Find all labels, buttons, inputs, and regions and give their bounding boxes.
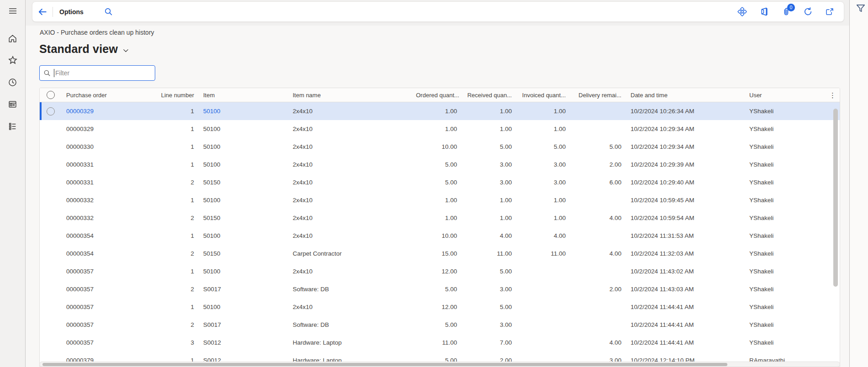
cell-po[interactable]: 00000354	[62, 232, 137, 239]
cell-item_name: Carpet Contractor	[288, 250, 411, 257]
office-apps-icon	[759, 7, 769, 16]
cell-po[interactable]: 00000329	[62, 108, 137, 115]
cell-user: YShakeli	[745, 215, 827, 221]
select-all-radio[interactable]	[47, 91, 55, 99]
cell-item[interactable]: 50100	[199, 268, 288, 275]
column-header-user[interactable]: User	[745, 92, 827, 99]
star-icon	[8, 55, 18, 65]
cell-received: 1.00	[462, 126, 516, 132]
column-header-invoiced[interactable]: Invoiced quant...	[516, 92, 570, 99]
cell-ordered: 1.00	[411, 215, 462, 221]
table-row[interactable]: 000003571501002x4x1012.005.0010/2/2024 1…	[40, 262, 840, 280]
cell-item[interactable]: 50100	[199, 161, 288, 168]
filter-pane-button[interactable]	[855, 2, 867, 14]
cell-po[interactable]: 00000332	[62, 215, 137, 221]
table-row[interactable]: 000003572S0017Software: DB5.003.002.0010…	[40, 280, 840, 298]
sidebar-item-recent[interactable]	[4, 73, 22, 91]
cell-item[interactable]: 50100	[199, 232, 288, 239]
cell-user: YShakeli	[745, 321, 827, 328]
column-header-delivery[interactable]: Delivery remai...	[570, 92, 626, 99]
cell-item[interactable]: 50100	[199, 197, 288, 204]
attachments-button[interactable]: 0	[778, 4, 794, 20]
sidebar-item-favorites[interactable]	[4, 51, 22, 69]
table-row[interactable]: 000003541501002x4x1010.004.004.0010/2/20…	[40, 227, 840, 245]
sidebar-item-home[interactable]	[4, 29, 22, 47]
office-apps-button[interactable]	[756, 4, 772, 20]
cell-item[interactable]: S0017	[199, 286, 288, 293]
grid-options-button[interactable]: ⋮	[829, 88, 836, 102]
cell-item[interactable]: S0012	[199, 339, 288, 346]
cell-po[interactable]: 00000357	[62, 286, 137, 293]
table-row[interactable]: 000003321501002x4x101.001.001.0010/2/202…	[40, 191, 840, 209]
tab-options[interactable]: Options	[59, 8, 84, 16]
sidebar-item-modules[interactable]	[4, 117, 22, 135]
cell-item[interactable]: 50100	[199, 143, 288, 150]
view-selector[interactable]: Standard view	[39, 42, 129, 56]
related-information-button[interactable]	[734, 4, 750, 20]
vertical-scrollbar[interactable]	[833, 109, 838, 287]
horizontal-scrollbar-track[interactable]	[39, 362, 840, 367]
cell-received: 3.00	[462, 161, 516, 168]
cell-po[interactable]: 00000330	[62, 143, 137, 150]
cell-ordered: 5.00	[411, 161, 462, 168]
cell-po[interactable]: 00000329	[62, 126, 137, 132]
table-row[interactable]: 000003301501002x4x1010.005.005.005.0010/…	[40, 138, 840, 156]
sidebar-item-workspaces[interactable]	[4, 95, 22, 113]
hamburger-menu-button[interactable]	[4, 2, 22, 20]
cell-user: YShakeli	[745, 250, 827, 257]
row-select-cell[interactable]	[40, 107, 62, 115]
actionpane-search-button[interactable]	[102, 5, 116, 19]
cell-po[interactable]: 00000357	[62, 321, 137, 328]
cell-item[interactable]: 50150	[199, 250, 288, 257]
select-all-cell[interactable]	[40, 91, 62, 99]
cell-datetime: 10/2/2024 11:44:41 AM	[626, 321, 745, 328]
cell-po[interactable]: 00000357	[62, 268, 137, 275]
table-row[interactable]: 000003291501002x4x101.001.001.0010/2/202…	[40, 102, 840, 120]
cell-item[interactable]: S0017	[199, 321, 288, 328]
column-header-po[interactable]: Purchase order	[62, 92, 137, 99]
cell-delivery: 5.00	[570, 143, 626, 150]
grid-filter-input[interactable]: Filter	[39, 65, 155, 81]
back-button[interactable]	[32, 2, 53, 22]
grid-header-row: Purchase orderLine numberItemItem nameOr…	[40, 88, 840, 102]
column-header-line[interactable]: Line number	[137, 92, 199, 99]
cell-ordered: 10.00	[411, 232, 462, 239]
cell-item[interactable]: 50150	[199, 179, 288, 186]
cell-invoiced: 11.00	[516, 250, 570, 257]
column-header-item_name[interactable]: Item name	[288, 92, 411, 99]
cell-po[interactable]: 00000354	[62, 250, 137, 257]
table-row[interactable]: 000003572S0017Software: DB5.003.0010/2/2…	[40, 316, 840, 334]
row-radio[interactable]	[47, 107, 55, 115]
cell-user: YShakeli	[745, 339, 827, 346]
workspace-form-icon	[8, 100, 17, 109]
cell-po[interactable]: 00000332	[62, 197, 137, 204]
column-header-received[interactable]: Received quan...	[462, 92, 516, 99]
cell-po[interactable]: 00000357	[62, 339, 137, 346]
cell-po[interactable]: 00000331	[62, 179, 137, 186]
table-row[interactable]: 000003312501502x4x105.003.003.006.0010/2…	[40, 173, 840, 191]
cell-item[interactable]: 50100	[199, 108, 288, 115]
table-row[interactable]: 00000354250150Carpet Contractor15.0011.0…	[40, 245, 840, 262]
table-row[interactable]: 000003571501002x4x1012.005.0010/2/2024 1…	[40, 298, 840, 316]
table-row[interactable]: 000003311501002x4x105.003.003.002.0010/2…	[40, 156, 840, 173]
cell-line: 1	[137, 232, 199, 239]
column-header-datetime[interactable]: Date and time	[626, 92, 745, 99]
column-header-ordered[interactable]: Ordered quant...	[411, 92, 462, 99]
table-row[interactable]: 000003322501502x4x101.001.001.004.0010/2…	[40, 209, 840, 227]
cell-item[interactable]: 50100	[199, 304, 288, 310]
table-row[interactable]: 000003573S0012Hardware: Laptop11.007.004…	[40, 334, 840, 351]
right-rail-divider	[849, 0, 850, 367]
cell-item[interactable]: 50150	[199, 215, 288, 221]
cell-po[interactable]: 00000331	[62, 161, 137, 168]
column-header-item[interactable]: Item	[199, 92, 288, 99]
cell-datetime: 10/2/2024 11:32:03 AM	[626, 250, 745, 257]
table-row[interactable]: 000003291501002x4x101.001.001.0010/2/202…	[40, 120, 840, 138]
cell-item[interactable]: 50100	[199, 126, 288, 132]
open-in-new-window-button[interactable]	[822, 4, 837, 20]
left-navigation-sidebar	[0, 0, 26, 367]
refresh-button[interactable]	[800, 4, 815, 20]
table-row[interactable]: 000003791S0012Hardware: Laptop5.002.003.…	[40, 351, 840, 362]
cell-invoiced: 5.00	[516, 143, 570, 150]
cell-po[interactable]: 00000357	[62, 304, 137, 310]
horizontal-scrollbar-handle[interactable]	[42, 363, 727, 366]
